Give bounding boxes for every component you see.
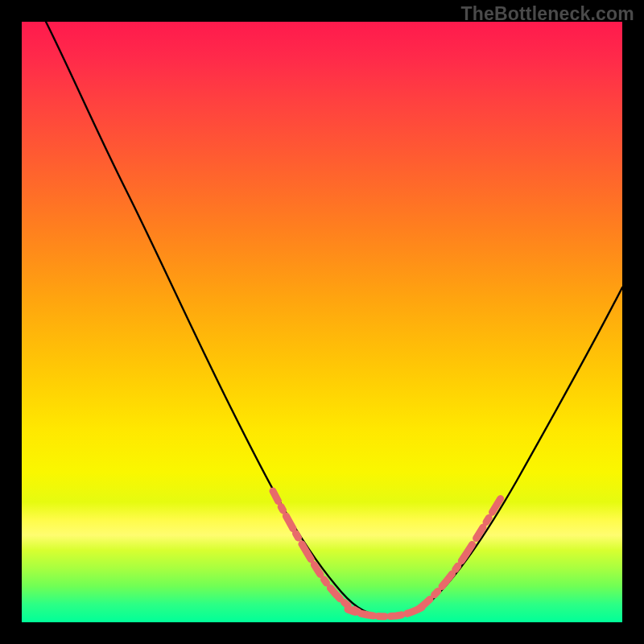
chart-plot-area — [22, 22, 622, 622]
highlight-right-segment — [420, 498, 501, 608]
highlight-valley-segment — [348, 605, 427, 617]
highlight-left-segment — [273, 491, 358, 612]
bottleneck-curve-line — [46, 22, 622, 616]
curve-svg — [22, 22, 622, 622]
attribution-text: TheBottleneck.com — [460, 3, 634, 25]
